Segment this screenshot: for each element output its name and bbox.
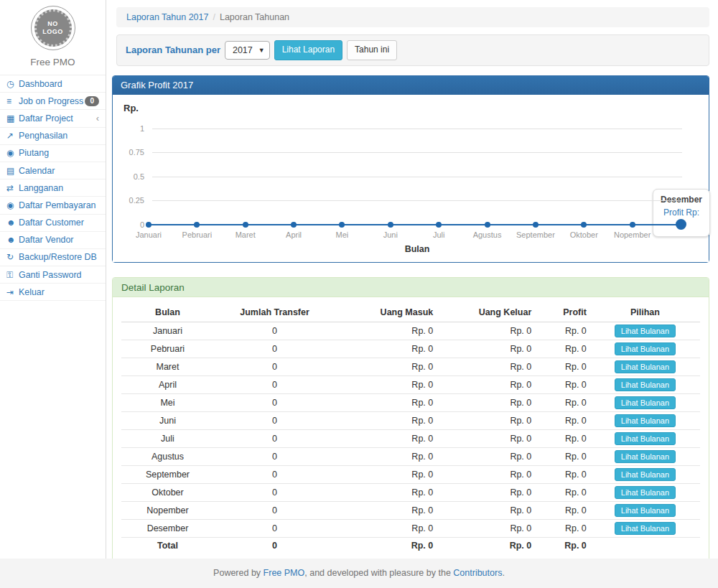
sidebar-item-penghasilan[interactable]: ↗Penghasilan (0, 128, 106, 145)
tahun-ini-button[interactable]: Tahun ini (347, 40, 397, 60)
profit-chart: Rp. Desember Profit Rp: 0 10.750.50.250J… (113, 95, 709, 262)
profit-line (149, 224, 681, 225)
sidebar-item-ganti-password[interactable]: ⚿Ganti Password (0, 266, 106, 284)
column-header-jumlah-transfer: Jumlah Transfer (214, 303, 335, 322)
cell-pilihan: Lihat Bulanan (590, 393, 700, 411)
data-point-januari[interactable] (146, 222, 151, 228)
data-point-oktober[interactable] (581, 222, 587, 228)
sidebar-item-daftar-customer[interactable]: ☻Daftar Customer (0, 215, 106, 232)
cell-profit: Rp. 0 (535, 393, 590, 411)
sidebar-item-daftar-vendor[interactable]: ☻Daftar Vendor (0, 232, 106, 249)
sidebar-item-label: Penghasilan (19, 131, 67, 141)
data-point-juni[interactable] (388, 222, 393, 228)
x-tick-label: Nopember (605, 230, 660, 239)
gridline (152, 177, 682, 177)
cell-profit: Rp. 0 (535, 375, 590, 393)
lihat-bulanan-button[interactable]: Lihat Bulanan (615, 468, 676, 481)
profit-chart-panel-title: Grafik Profit 2017 (113, 76, 709, 95)
x-tick-label: Pebruari (169, 230, 224, 239)
lihat-laporan-button[interactable]: Lihat Laporan (274, 40, 342, 60)
contributors-link[interactable]: Contributors (453, 568, 502, 578)
sidebar-item-daftar-pembayaran[interactable]: ◉Daftar Pembayaran (0, 197, 106, 214)
sign-out-icon: ⇥ (6, 287, 19, 297)
lihat-bulanan-button[interactable]: Lihat Bulanan (615, 504, 676, 517)
y-tick-label: 1 (113, 124, 144, 133)
users-icon: ☻ (6, 218, 19, 228)
sidebar-item-job-on-progress[interactable]: ≡Job on Progress0 (0, 93, 106, 110)
data-point-april[interactable] (291, 222, 297, 228)
sidebar-item-keluar[interactable]: ⇥Keluar (0, 284, 106, 301)
lihat-bulanan-button[interactable]: Lihat Bulanan (615, 342, 676, 355)
cell-uang-keluar: Rp. 0 (437, 483, 535, 501)
sidebar-item-langganan[interactable]: ⇄Langganan (0, 179, 106, 197)
sidebar-item-label: Daftar Pembayaran (19, 200, 95, 210)
year-select[interactable]: 2017 ▼ (225, 41, 270, 60)
x-tick-label: Maret (218, 230, 273, 239)
cell-jumlah-transfer: 0 (214, 322, 335, 340)
table-row: September0Rp. 0Rp. 0Rp. 0Lihat Bulanan (121, 465, 700, 483)
cell-bulan: Nopember (121, 501, 214, 519)
page-footer: Powered by Free PMO, and developed with … (0, 559, 718, 588)
lihat-bulanan-button[interactable]: Lihat Bulanan (615, 522, 676, 535)
cell-jumlah-transfer: 0 (214, 358, 335, 375)
tooltip-month: Desember (661, 193, 702, 207)
cell-profit: Rp. 0 (535, 501, 590, 519)
chevron-left-icon: ‹ (96, 113, 99, 123)
lihat-bulanan-button[interactable]: Lihat Bulanan (615, 396, 676, 409)
detail-laporan-panel: Detail Laporan BulanJumlah TransferUang … (112, 277, 709, 564)
column-header-uang-masuk: Uang Masuk (335, 303, 437, 322)
cell-bulan: April (121, 375, 214, 393)
data-point-september[interactable] (533, 222, 538, 228)
sidebar-item-dashboard[interactable]: ◷Dashboard (0, 75, 106, 93)
lihat-bulanan-button[interactable]: Lihat Bulanan (615, 414, 676, 427)
table-row: Maret0Rp. 0Rp. 0Rp. 0Lihat Bulanan (121, 358, 700, 375)
cell-pilihan: Lihat Bulanan (590, 447, 700, 465)
cell-pilihan: Lihat Bulanan (590, 340, 700, 358)
data-point-pebruari[interactable] (194, 222, 200, 228)
year-select-value: 2017 (233, 45, 253, 55)
cell-uang-keluar: Rp. 0 (437, 393, 535, 411)
cell-uang-masuk: Rp. 0 (335, 465, 437, 483)
sidebar-item-label: Calendar (19, 166, 55, 176)
data-point-mei[interactable] (339, 222, 345, 228)
sidebar-item-piutang[interactable]: ◉Piutang (0, 145, 106, 162)
cell-uang-masuk: Rp. 0 (335, 358, 437, 375)
profit-chart-panel: Grafik Profit 2017 Rp. Desember Profit R… (112, 75, 709, 263)
table-row: Agustus0Rp. 0Rp. 0Rp. 0Lihat Bulanan (121, 447, 700, 465)
sidebar-item-label: Langganan (19, 183, 63, 193)
sidebar-item-calendar[interactable]: ▤Calendar (0, 162, 106, 179)
cell-uang-masuk: Rp. 0 (335, 340, 437, 358)
filter-label: Laporan Tahunan per (126, 45, 220, 55)
table-row: Juni0Rp. 0Rp. 0Rp. 0Lihat Bulanan (121, 411, 700, 429)
data-point-maret[interactable] (243, 222, 248, 228)
cell-uang-masuk: Rp. 0 (335, 429, 437, 447)
main-content: Laporan Tahun 2017/Laporan Tahunan Lapor… (107, 0, 718, 559)
cell-pilihan (590, 537, 700, 554)
lihat-bulanan-button[interactable]: Lihat Bulanan (615, 486, 676, 499)
cell-bulan: Agustus (121, 447, 214, 465)
data-point-juli[interactable] (436, 222, 442, 228)
free-pmo-link[interactable]: Free PMO (264, 568, 305, 578)
x-tick-label: Oktober (556, 230, 611, 239)
logo-area: NO LOGO Free PMO (0, 0, 106, 75)
sidebar-item-daftar-project[interactable]: ▦Daftar Project‹ (0, 110, 106, 127)
gridline (152, 200, 682, 201)
sidebar-item-backup-restore-db[interactable]: ↻Backup/Restore DB (0, 249, 106, 266)
data-point-desember[interactable] (676, 219, 686, 230)
breadcrumb-link-laporan-tahun[interactable]: Laporan Tahun 2017 (126, 12, 208, 22)
data-point-agustus[interactable] (485, 222, 490, 228)
lihat-bulanan-button[interactable]: Lihat Bulanan (615, 450, 676, 463)
detail-laporan-title: Detail Laporan (113, 278, 709, 297)
lihat-bulanan-button[interactable]: Lihat Bulanan (615, 360, 676, 373)
cell-profit: Rp. 0 (535, 537, 590, 554)
logo-text-line2: LOGO (42, 28, 63, 36)
cell-pilihan: Lihat Bulanan (590, 411, 700, 429)
x-tick-label: Agustus (460, 230, 515, 239)
data-point-nopember[interactable] (630, 222, 635, 228)
cell-uang-keluar: Rp. 0 (437, 429, 535, 447)
lihat-bulanan-button[interactable]: Lihat Bulanan (615, 432, 676, 445)
cell-uang-keluar: Rp. 0 (437, 411, 535, 429)
lihat-bulanan-button[interactable]: Lihat Bulanan (615, 378, 676, 391)
cell-profit: Rp. 0 (535, 483, 590, 501)
lihat-bulanan-button[interactable]: Lihat Bulanan (615, 325, 676, 337)
